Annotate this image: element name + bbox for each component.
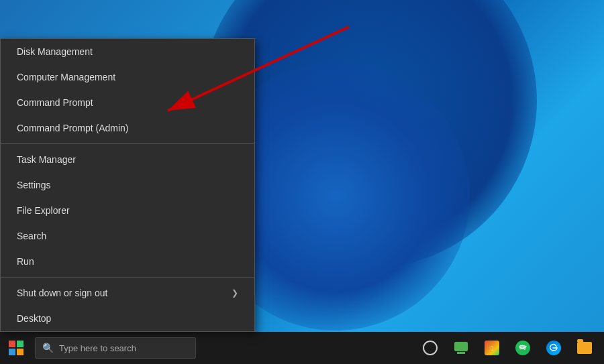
- menu-item-command-prompt[interactable]: Command Prompt: [1, 90, 254, 115]
- menu-item-run[interactable]: Run: [1, 249, 254, 274]
- chevron-right-icon: ❯: [232, 288, 238, 298]
- menu-item-desktop[interactable]: Desktop: [1, 306, 254, 331]
- search-placeholder: Type here to search: [59, 343, 136, 353]
- edge-button[interactable]: [540, 334, 568, 362]
- windows-logo-cell-2: [17, 341, 23, 347]
- menu-item-shut-down[interactable]: Shut down or sign out ❯: [1, 280, 254, 306]
- menu-item-settings[interactable]: Settings: [1, 172, 254, 198]
- search-icon: 🔍: [42, 343, 54, 353]
- task-view-icon: [423, 341, 438, 355]
- search-bar[interactable]: 🔍 Type here to search: [35, 337, 196, 359]
- spotify-button[interactable]: [509, 334, 537, 362]
- menu-item-task-manager[interactable]: Task Manager: [1, 147, 254, 172]
- computer-body: [454, 342, 468, 351]
- windows-logo: [9, 341, 23, 355]
- taskbar-icons: : [416, 334, 604, 362]
- folder-icon: [577, 342, 592, 354]
- windows-logo-cell-4: [17, 349, 23, 355]
- menu-item-file-explorer[interactable]: File Explorer: [1, 198, 254, 223]
- menu-divider-2: [1, 277, 254, 278]
- computer-icon-button[interactable]: [447, 334, 475, 362]
- store-button[interactable]: : [478, 334, 506, 362]
- menu-item-disk-management[interactable]: Disk Management: [1, 39, 254, 64]
- menu-divider-1: [1, 143, 254, 144]
- desktop: Disk Management Computer Management Comm…: [0, 0, 604, 364]
- task-view-button[interactable]: [416, 334, 444, 362]
- computer-base: [457, 352, 465, 354]
- edge-icon: [546, 341, 561, 355]
- file-explorer-button[interactable]: [570, 334, 599, 362]
- context-menu: Disk Management Computer Management Comm…: [0, 38, 255, 332]
- store-icon: : [485, 341, 499, 355]
- taskbar: 🔍 Type here to search : [0, 332, 604, 364]
- menu-item-search[interactable]: Search: [1, 223, 254, 249]
- windows-logo-cell-3: [9, 349, 15, 355]
- windows-logo-cell-1: [9, 341, 15, 347]
- spotify-icon: [515, 341, 530, 355]
- menu-item-command-prompt-admin[interactable]: Command Prompt (Admin): [1, 115, 254, 141]
- menu-item-computer-management[interactable]: Computer Management: [1, 64, 254, 90]
- start-button[interactable]: [0, 332, 32, 364]
- computer-icon: [454, 342, 468, 354]
